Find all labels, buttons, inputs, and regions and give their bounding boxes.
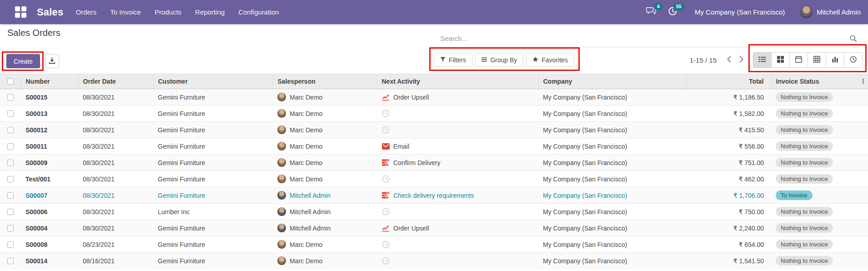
favorites-button[interactable]: Favorites <box>526 53 574 67</box>
kanban-view-button[interactable] <box>771 52 790 68</box>
activities-count-badge: 55 <box>673 3 684 10</box>
clock-icon[interactable] <box>381 257 390 265</box>
select-all-checkbox-cell[interactable] <box>0 74 21 89</box>
chart-icon[interactable] <box>381 225 390 232</box>
row-checkbox[interactable] <box>7 192 14 199</box>
email-icon[interactable] <box>381 143 390 150</box>
apps-grid-icon[interactable] <box>15 6 27 18</box>
tasks-icon[interactable] <box>381 159 390 166</box>
column-header-salesperson[interactable]: Salesperson <box>273 74 377 89</box>
user-menu[interactable]: Mitchell Admin <box>800 6 861 18</box>
row-checkbox[interactable] <box>7 143 14 150</box>
optional-columns-icon[interactable]: ⋮ <box>860 78 866 85</box>
row-checkbox[interactable] <box>7 241 14 248</box>
salesperson-name: Marc Demo <box>290 110 322 117</box>
table-row[interactable]: S0000908/30/2021Gemini FurnitureMarc Dem… <box>0 155 868 171</box>
company-switcher[interactable]: My Company (San Francisco) <box>695 8 785 16</box>
company-name: My Company (San Francisco) <box>538 122 686 138</box>
calendar-view-button[interactable] <box>789 52 808 68</box>
table-row[interactable]: S0000608/30/2021Lumber IncMitchell Admin… <box>0 204 868 220</box>
search-icon[interactable] <box>849 35 857 44</box>
order-total: ₹ 2,240.00 <box>686 220 771 236</box>
top-navbar: Sales OrdersTo InvoiceProductsReportingC… <box>0 0 868 24</box>
table-row[interactable]: S0001208/30/2021Gemini FurnitureMarc Dem… <box>0 122 868 138</box>
orders-list: Number Order Date Customer Salesperson N… <box>0 74 868 269</box>
pager-previous-button[interactable] <box>725 54 733 66</box>
salesperson-avatar <box>277 142 286 151</box>
pager-next-button[interactable] <box>738 54 746 66</box>
invoice-status-label: Invoice Status <box>776 78 819 85</box>
pivot-view-button[interactable] <box>808 52 826 68</box>
salesperson-name: Marc Demo <box>290 94 322 101</box>
invoice-status-badge: Nothing to Invoice <box>776 92 833 102</box>
column-header-customer[interactable]: Customer <box>153 74 273 89</box>
menu-products[interactable]: Products <box>148 0 188 24</box>
menu-configuration[interactable]: Configuration <box>231 0 286 24</box>
clock-icon[interactable] <box>381 126 390 134</box>
table-row[interactable]: S0001308/30/2021Gemini FurnitureMarc Dem… <box>0 105 868 122</box>
table-row[interactable]: S0000708/30/2021Gemini FurnitureMitchell… <box>0 187 868 204</box>
pager-range[interactable]: 1-15 / 15 <box>690 56 717 64</box>
order-date: 08/30/2021 <box>78 122 153 138</box>
customer-name: Gemini Furniture <box>153 155 273 171</box>
activities-button[interactable]: 55 <box>665 0 681 24</box>
column-header-invoice-status[interactable]: Invoice Status ⋮ <box>771 74 868 89</box>
salesperson-name: Marc Demo <box>290 257 322 265</box>
search-input[interactable] <box>435 30 861 47</box>
pivot-view-icon <box>813 56 820 64</box>
column-header-next-activity[interactable]: Next Activity <box>377 74 538 89</box>
row-checkbox[interactable] <box>7 258 14 264</box>
order-number: S00009 <box>21 155 78 171</box>
row-checkbox[interactable] <box>7 225 14 231</box>
column-header-number[interactable]: Number <box>21 74 78 89</box>
order-date: 08/30/2021 <box>78 187 153 204</box>
tasks-icon[interactable] <box>381 192 390 199</box>
row-checkbox[interactable] <box>7 94 14 100</box>
row-checkbox[interactable] <box>7 110 14 117</box>
salesperson-avatar <box>277 240 286 249</box>
export-button[interactable] <box>45 54 59 68</box>
app-name[interactable]: Sales <box>37 6 64 18</box>
row-checkbox[interactable] <box>7 176 14 182</box>
clock-icon[interactable] <box>381 175 390 183</box>
menu-orders[interactable]: Orders <box>69 0 104 24</box>
activity-view-button[interactable] <box>844 52 863 68</box>
activity-label: Confirm Delivery <box>393 159 440 166</box>
table-row[interactable]: Test/00108/30/2021Gemini FurnitureMarc D… <box>0 171 868 187</box>
clock-icon[interactable] <box>381 208 390 216</box>
table-row[interactable]: S0001408/16/2021Gemini FurnitureMarc Dem… <box>0 253 868 269</box>
table-row[interactable]: S0000808/23/2021Gemini FurnitureMarc Dem… <box>0 236 868 253</box>
table-row[interactable]: S0000408/30/2021Gemini FurnitureMitchell… <box>0 220 868 236</box>
row-checkbox[interactable] <box>7 127 14 133</box>
create-button[interactable]: Create <box>6 54 40 68</box>
activity-view-icon <box>850 56 857 64</box>
clock-icon[interactable] <box>381 241 390 248</box>
order-number: S00011 <box>21 138 78 155</box>
graph-view-button[interactable] <box>826 52 844 68</box>
invoice-status-badge: Nothing to Invoice <box>776 240 833 249</box>
column-header-total[interactable]: Total <box>686 74 771 89</box>
row-checkbox[interactable] <box>7 160 14 166</box>
column-header-order-date[interactable]: Order Date <box>78 74 153 89</box>
messages-button[interactable]: 4 <box>643 0 659 24</box>
clock-icon[interactable] <box>381 110 390 117</box>
select-all-checkbox[interactable] <box>7 78 14 85</box>
control-panel: Sales Orders Create Filters Group By Fav… <box>0 24 868 74</box>
row-checkbox[interactable] <box>7 209 14 215</box>
calendar-view-icon <box>795 56 802 64</box>
list-view-button[interactable] <box>753 52 772 68</box>
column-header-company[interactable]: Company <box>538 74 686 89</box>
menu-to-invoice[interactable]: To Invoice <box>103 0 148 24</box>
order-date: 08/30/2021 <box>78 138 153 155</box>
table-row[interactable]: S0001108/30/2021Gemini FurnitureMarc Dem… <box>0 138 868 155</box>
group-by-label: Group By <box>490 56 517 64</box>
table-row[interactable]: S0001508/30/2021Gemini FurnitureMarc Dem… <box>0 89 868 105</box>
chevron-left-icon <box>727 56 731 64</box>
salesperson-name: Mitchell Admin <box>290 225 331 232</box>
chart-icon[interactable] <box>381 94 390 101</box>
messages-count-badge: 4 <box>654 3 662 10</box>
filters-button[interactable]: Filters <box>434 53 472 67</box>
menu-reporting[interactable]: Reporting <box>188 0 231 24</box>
order-number: S00014 <box>21 253 78 269</box>
group-by-button[interactable]: Group By <box>475 53 523 67</box>
